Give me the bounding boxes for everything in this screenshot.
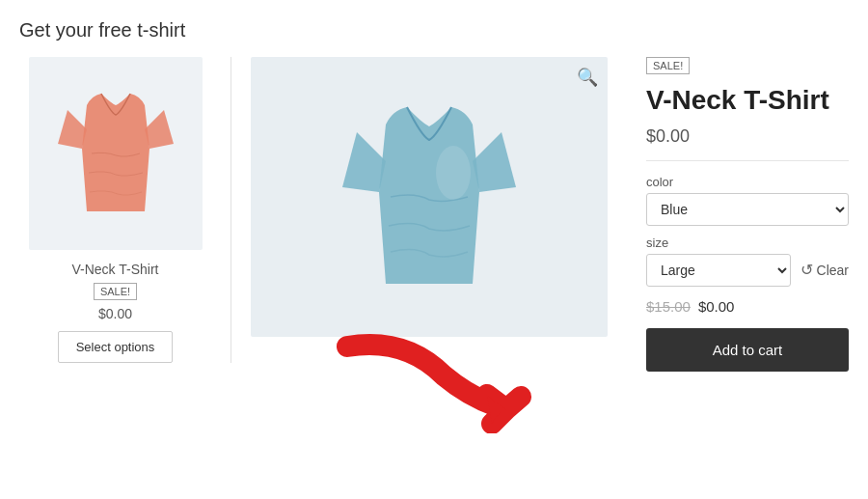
size-select[interactable]: Small Medium Large X-Large [646,254,791,287]
page-wrapper: Get your free t-shirt [0,0,868,453]
detail-product-name: V-Neck T-Shirt [646,84,849,117]
detail-current-price: $0.00 [646,126,849,147]
tshirt-blue-image [342,96,516,298]
tshirt-salmon-image [58,86,174,221]
color-option-group: color Blue Red Green [646,175,849,226]
product-card-price: $0.00 [98,306,132,321]
arrow-area [251,337,608,433]
red-arrow-icon [328,327,540,433]
content-area: V-Neck T-Shirt SALE! $0.00 Select option… [19,57,849,433]
refresh-icon: ↺ [800,261,813,279]
zoom-icon[interactable]: 🔍 [577,67,598,88]
add-to-cart-button[interactable]: Add to cart [646,328,849,372]
select-options-button[interactable]: Select options [58,331,174,363]
size-row: Small Medium Large X-Large ↺ Clear [646,254,849,287]
clear-button[interactable]: ↺ Clear [800,261,849,279]
product-card: V-Neck T-Shirt SALE! $0.00 Select option… [19,57,211,363]
divider-1 [646,160,849,161]
size-option-group: size Small Medium Large X-Large ↺ Clear [646,236,849,287]
clear-label: Clear [817,263,849,278]
sale-price: $0.00 [698,298,735,315]
size-label: size [646,236,849,250]
color-select[interactable]: Blue Red Green [646,193,849,226]
product-card-name: V-Neck T-Shirt [72,262,159,277]
svg-point-0 [436,146,471,200]
product-thumbnail [29,57,203,250]
detail-sale-badge: SALE! [646,57,690,74]
product-main-image-section: 🔍 [231,57,627,433]
page-title: Get your free t-shirt [19,19,849,42]
price-row: $15.00 $0.00 [646,298,849,315]
main-image-wrapper: 🔍 [251,57,608,337]
original-price: $15.00 [646,298,691,315]
color-label: color [646,175,849,189]
product-list: V-Neck T-Shirt SALE! $0.00 Select option… [19,57,231,363]
product-card-sale-badge: SALE! [94,283,137,300]
product-details-panel: SALE! V-Neck T-Shirt $0.00 color Blue Re… [627,57,849,372]
